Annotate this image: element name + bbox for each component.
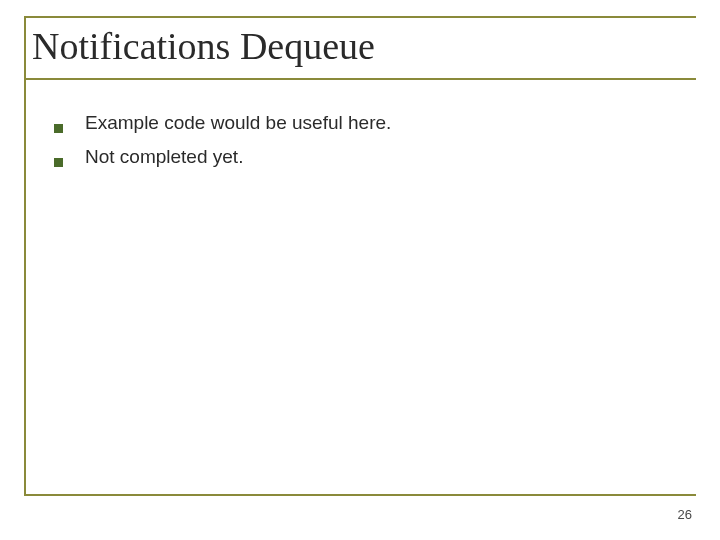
page-number: 26 <box>678 507 692 522</box>
bottom-border-line <box>24 494 696 496</box>
title-under-line <box>24 78 696 80</box>
slide-title: Notifications Dequeue <box>24 24 696 80</box>
title-top-line <box>24 16 696 18</box>
bullet-square-icon <box>54 124 63 133</box>
bullet-item: Not completed yet. <box>54 144 696 170</box>
bullet-text: Example code would be useful here. <box>85 110 391 136</box>
left-border-line <box>24 16 26 496</box>
slide-container: Notifications Dequeue Example code would… <box>0 0 720 540</box>
slide-body: Example code would be useful here. Not c… <box>24 80 696 169</box>
bullet-item: Example code would be useful here. <box>54 110 696 136</box>
title-container: Notifications Dequeue <box>24 16 696 80</box>
bullet-square-icon <box>54 158 63 167</box>
bullet-text: Not completed yet. <box>85 144 243 170</box>
